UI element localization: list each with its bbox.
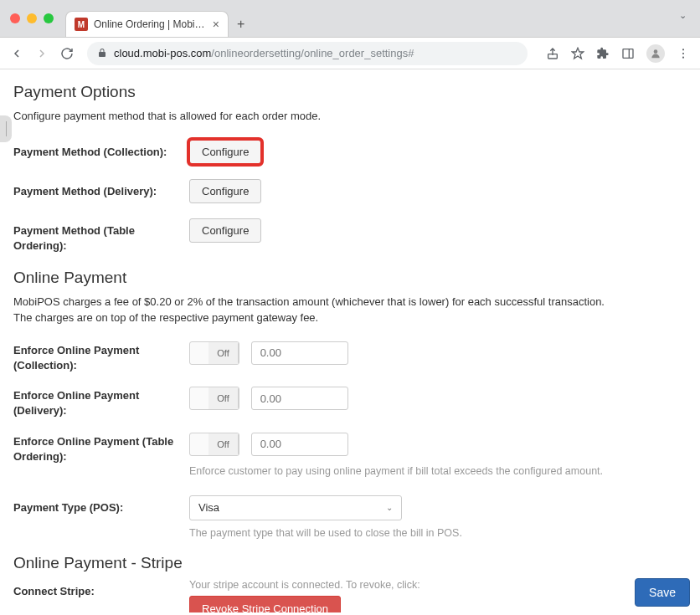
forward-button[interactable] <box>35 47 49 60</box>
enforce-collection-toggle[interactable]: Off <box>189 341 239 365</box>
payment-type-select[interactable]: Visa ⌄ <box>189 495 402 520</box>
configure-table-button[interactable]: Configure <box>189 218 261 243</box>
tab-title: Online Ordering | MobiPOS <box>94 18 207 30</box>
url-text: cloud.mobi-pos.com/onlineordersetting/on… <box>114 47 414 59</box>
svg-point-7 <box>682 56 684 58</box>
window-maximize-btn[interactable] <box>44 13 54 23</box>
payment-method-table-label: Payment Method (Table Ordering): <box>13 218 189 254</box>
configure-delivery-button[interactable]: Configure <box>189 179 261 203</box>
payment-method-collection-label: Payment Method (Collection): <box>13 140 189 160</box>
online-payment-title: Online Payment <box>13 269 687 287</box>
svg-point-6 <box>682 52 684 54</box>
new-tab-button[interactable]: + <box>237 17 244 37</box>
tab-close-icon[interactable]: × <box>213 18 219 31</box>
panel-icon[interactable] <box>621 47 635 60</box>
online-payment-description: MobiPOS charges a fee of $0.20 or 2% of … <box>13 294 687 326</box>
stripe-section-title: Online Payment - Stripe <box>13 554 687 572</box>
window-close-btn[interactable] <box>10 13 20 23</box>
svg-point-4 <box>654 49 658 54</box>
enforce-delivery-amount-input[interactable] <box>251 387 348 410</box>
revoke-stripe-button[interactable]: Revoke Stripe Connection <box>189 596 341 612</box>
chevron-down-icon[interactable]: ⌄ <box>679 10 687 21</box>
enforce-collection-label: Enforce Online Payment (Collection): <box>13 341 189 373</box>
reload-button[interactable] <box>60 47 74 60</box>
connect-stripe-label: Connect Stripe: <box>13 579 189 599</box>
browser-tab[interactable]: M Online Ordering | MobiPOS × <box>65 11 229 37</box>
share-icon[interactable] <box>546 47 559 60</box>
svg-rect-2 <box>623 49 633 58</box>
enforce-table-label: Enforce Online Payment (Table Ordering): <box>13 433 189 464</box>
payment-type-label: Payment Type (POS): <box>13 495 189 515</box>
svg-point-5 <box>682 49 684 50</box>
tab-favicon: M <box>75 18 88 31</box>
profile-avatar[interactable] <box>646 44 665 63</box>
enforce-help-text: Enforce customer to pay using online pay… <box>189 465 687 477</box>
enforce-delivery-toggle[interactable]: Off <box>189 387 239 410</box>
back-button[interactable] <box>10 47 23 60</box>
enforce-delivery-label: Enforce Online Payment (Delivery): <box>13 387 189 418</box>
configure-collection-button[interactable]: Configure <box>189 140 261 164</box>
window-minimize-btn[interactable] <box>27 13 37 23</box>
payment-options-description: Configure payment method that is allowed… <box>13 108 687 125</box>
save-button[interactable]: Save <box>635 578 690 607</box>
bookmark-icon[interactable] <box>571 47 584 60</box>
enforce-table-amount-input[interactable] <box>251 433 348 456</box>
payment-options-title: Payment Options <box>13 83 687 101</box>
svg-marker-1 <box>572 48 583 59</box>
lock-icon <box>97 48 107 59</box>
enforce-collection-amount-input[interactable] <box>251 341 348 365</box>
address-bar[interactable]: cloud.mobi-pos.com/onlineordersetting/on… <box>87 42 528 65</box>
extensions-icon[interactable] <box>596 47 610 60</box>
chevron-down-icon: ⌄ <box>386 503 393 512</box>
enforce-table-toggle[interactable]: Off <box>189 433 239 456</box>
menu-icon[interactable] <box>677 47 690 60</box>
payment-method-delivery-label: Payment Method (Delivery): <box>13 179 189 199</box>
stripe-status-text: Your stripe account is connected. To rev… <box>189 579 687 591</box>
payment-type-help-text: The payment type that will be used to cl… <box>189 527 687 539</box>
